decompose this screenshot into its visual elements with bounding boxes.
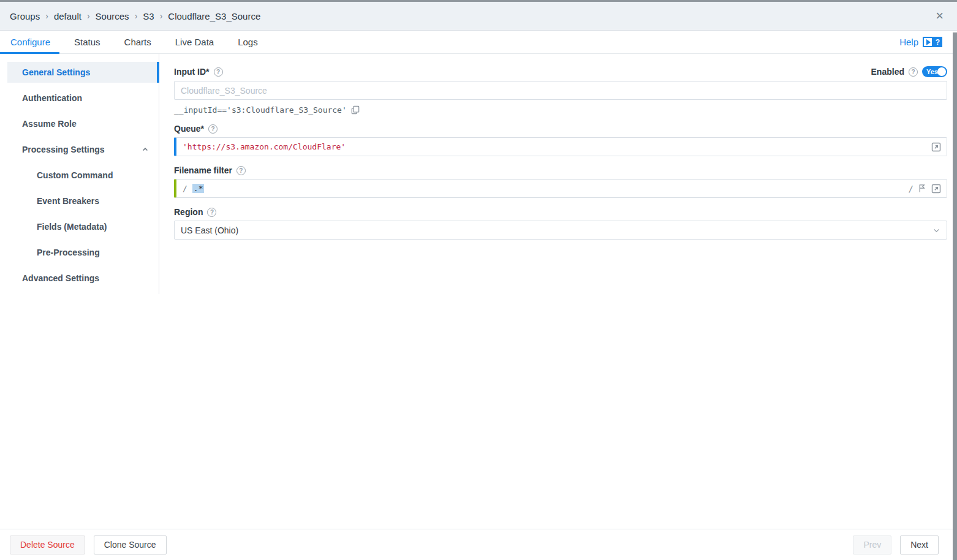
- tab-status[interactable]: Status: [74, 31, 101, 53]
- breadcrumb-item-default[interactable]: default: [54, 11, 81, 21]
- queue-field[interactable]: 'https://s3.amazon.com/CloudFlare': [174, 137, 947, 156]
- enabled-group: Enabled ? Yes: [871, 66, 947, 77]
- sidebar-item-label: Authentication: [22, 93, 82, 103]
- help-button[interactable]: Help ?: [899, 31, 942, 53]
- input-id-field[interactable]: [181, 86, 940, 96]
- chevron-up-icon: [142, 146, 149, 153]
- input-id-expression-row: __inputId=='s3:Cloudflare_S3_Source': [174, 105, 947, 115]
- chevron-down-icon: [932, 227, 940, 235]
- breadcrumb-item-s3[interactable]: S3: [143, 11, 154, 21]
- sidebar-item-processing-settings[interactable]: Processing Settings: [7, 139, 159, 160]
- breadcrumb-item-current: Cloudflare_S3_Source: [168, 11, 260, 21]
- sidebar-item-custom-command[interactable]: Custom Command: [7, 165, 159, 186]
- tab-logs[interactable]: Logs: [237, 31, 259, 53]
- filename-filter-field[interactable]: / .* /: [174, 179, 947, 198]
- help-video-icon: ?: [923, 37, 942, 47]
- filename-filter-label-row: Filename filter ?: [174, 165, 947, 175]
- input-id-label-row: Input ID* ? Enabled ? Yes: [174, 66, 947, 77]
- clone-source-button[interactable]: Clone Source: [94, 535, 167, 554]
- breadcrumb-separator: ›: [160, 11, 163, 21]
- input-id-field-wrap: [174, 81, 947, 100]
- delete-source-button[interactable]: Delete Source: [10, 535, 85, 554]
- sidebar-item-assume-role[interactable]: Assume Role: [7, 113, 159, 134]
- region-select[interactable]: US East (Ohio): [174, 221, 947, 240]
- sidebar-item-general-settings[interactable]: General Settings: [7, 62, 159, 83]
- sidebar-item-fields-metadata[interactable]: Fields (Metadata): [7, 216, 159, 237]
- sidebar-item-label: Assume Role: [22, 119, 77, 129]
- footer-bar: Delete Source Clone Source Prev Next: [0, 529, 957, 560]
- region-label: Region: [174, 207, 203, 217]
- input-id-expression: __inputId=='s3:Cloudflare_S3_Source': [174, 105, 347, 115]
- input-id-help-icon[interactable]: ?: [214, 67, 223, 77]
- breadcrumb-separator: ›: [135, 11, 138, 21]
- sidebar-item-label: Pre-Processing: [37, 248, 100, 257]
- region-label-row: Region ?: [174, 207, 947, 217]
- breadcrumb-item-groups[interactable]: Groups: [10, 11, 40, 21]
- input-id-label: Input ID*: [174, 67, 210, 77]
- sidebar-item-label: Event Breakers: [37, 196, 99, 206]
- tab-charts[interactable]: Charts: [124, 31, 152, 53]
- window-right-edge: [953, 32, 957, 560]
- breadcrumb-item-sources[interactable]: Sources: [96, 11, 129, 21]
- tab-bar: Configure Status Charts Live Data Logs H…: [0, 31, 957, 54]
- help-label: Help: [899, 37, 918, 47]
- queue-label: Queue*: [174, 124, 204, 134]
- close-icon[interactable]: ×: [932, 9, 947, 23]
- breadcrumb: Groups › default › Sources › S3 › Cloudf…: [10, 11, 260, 21]
- sidebar-item-label: Custom Command: [37, 170, 113, 180]
- queue-value: 'https://s3.amazon.com/CloudFlare': [183, 142, 346, 151]
- breadcrumb-separator: ›: [45, 11, 48, 21]
- breadcrumb-bar: Groups › default › Sources › S3 › Cloudf…: [0, 2, 957, 31]
- sidebar-item-label: General Settings: [22, 67, 90, 77]
- sidebar-item-label: Processing Settings: [22, 145, 105, 154]
- sidebar-item-event-breakers[interactable]: Event Breakers: [7, 191, 159, 211]
- regex-open-slash: /: [183, 184, 187, 193]
- region-value: US East (Ohio): [181, 225, 238, 235]
- configure-form: Input ID* ? Enabled ? Yes __inputId=='s3…: [174, 54, 947, 240]
- breadcrumb-separator: ›: [87, 11, 90, 21]
- sidebar-item-label: Advanced Settings: [22, 273, 99, 283]
- prev-button[interactable]: Prev: [853, 535, 891, 554]
- sidebar-item-advanced-settings[interactable]: Advanced Settings: [7, 268, 159, 289]
- queue-help-icon[interactable]: ?: [208, 124, 218, 134]
- filename-filter-label: Filename filter: [174, 165, 232, 175]
- enabled-toggle-state: Yes: [922, 68, 938, 75]
- enabled-label: Enabled: [871, 67, 904, 77]
- sidebar-item-label: Fields (Metadata): [37, 222, 107, 232]
- toggle-knob: [937, 67, 946, 76]
- copy-icon[interactable]: [351, 105, 360, 115]
- regex-flags-icon[interactable]: [918, 184, 927, 193]
- settings-sidebar: General Settings Authentication Assume R…: [0, 54, 159, 294]
- regex-close-slash: /: [909, 184, 913, 194]
- expand-editor-icon[interactable]: [931, 142, 941, 152]
- window-top-edge: [0, 0, 957, 2]
- expand-editor-icon[interactable]: [931, 184, 941, 194]
- queue-label-row: Queue* ?: [174, 124, 947, 134]
- sidebar-item-pre-processing[interactable]: Pre-Processing: [7, 242, 159, 263]
- enabled-toggle[interactable]: Yes: [922, 66, 947, 77]
- region-help-icon[interactable]: ?: [207, 208, 216, 217]
- regex-pattern: .*: [192, 184, 205, 193]
- enabled-help-icon[interactable]: ?: [909, 67, 918, 77]
- sidebar-item-authentication[interactable]: Authentication: [7, 88, 159, 108]
- tab-configure[interactable]: Configure: [10, 31, 51, 53]
- next-button[interactable]: Next: [900, 535, 939, 554]
- filename-filter-help-icon[interactable]: ?: [236, 166, 246, 175]
- tab-live-data[interactable]: Live Data: [175, 31, 214, 53]
